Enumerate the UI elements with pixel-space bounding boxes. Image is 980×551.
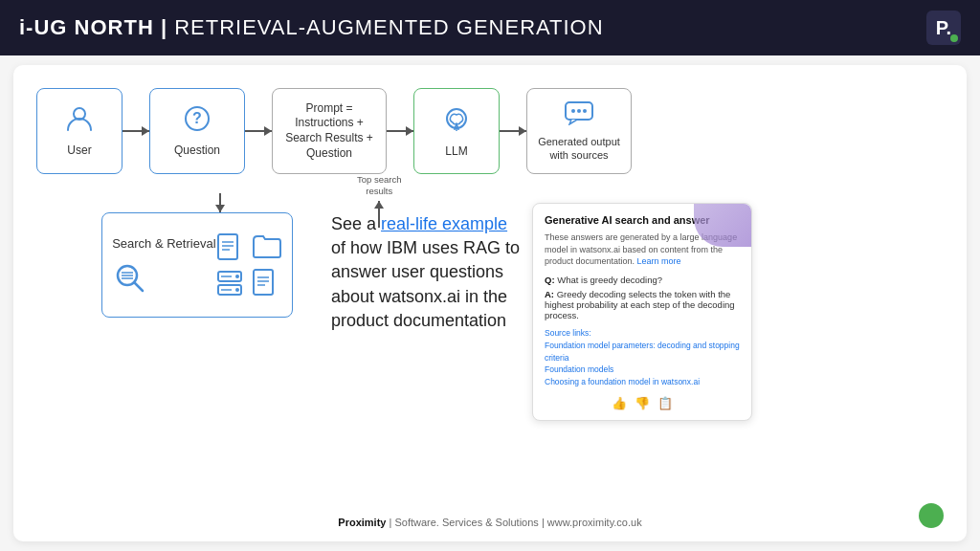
question-label: Question [174,143,220,159]
genai-question-section: Q: What is greedy decoding? [545,275,740,285]
search-icon [112,260,215,295]
main-content: User ? Question Prompt = Instructions + … [13,65,967,541]
llm-label: LLM [445,144,467,160]
footer: Proximity | Software. Services & Solutio… [13,517,967,528]
genai-source3[interactable]: Choosing a foundation model in watsonx.a… [545,376,740,388]
prompt-label: Prompt = Instructions + Search Results +… [278,101,380,161]
top-results-label: Top searchresults [357,174,401,198]
llm-box: LLM [413,88,500,174]
green-dot-decoration [919,503,944,528]
header-title: i-UG NORTH | RETRIEVAL-AUGMENTED GENERAT… [19,15,604,40]
svg-point-7 [454,128,456,130]
arrow-question-down [219,193,221,212]
svg-text:?: ? [192,110,202,126]
title-bold: i-UG NORTH [19,15,154,39]
flow-diagram-top-row: User ? Question Prompt = Instructions + … [36,88,944,174]
genai-sources-label: Source links: [545,327,740,340]
svg-point-8 [456,129,457,131]
genai-card: Generative AI search and answer These an… [532,203,752,421]
search-retrieval-label: Search & Retrieval [112,235,215,253]
user-icon [65,104,94,140]
brand-logo: P. [926,11,961,45]
document-icons [216,232,282,298]
output-box: Generated output with sources [526,88,632,174]
question-box: ? Question [149,88,245,174]
arrow-llm-to-output [500,130,526,132]
header: i-UG NORTH | RETRIEVAL-AUGMENTED GENERAT… [0,0,980,55]
question-icon: ? [183,104,212,140]
brain-icon [441,103,472,141]
title-separator: | [154,15,174,39]
logo-text: P. [936,17,951,39]
arrow-question-to-prompt [245,130,272,132]
genai-learn-more[interactable]: Learn more [637,256,681,266]
prompt-box: Prompt = Instructions + Search Results +… [272,88,387,174]
chat-icon [564,100,594,131]
svg-point-25 [235,275,239,278]
genai-answer-text: Greedy decoding selects the token with t… [545,289,735,320]
user-label: User [67,143,91,159]
genai-source1[interactable]: Foundation model parameters: decoding an… [545,340,740,364]
search-retrieval-box: Search & Retrieval [101,212,293,318]
thumbs-up-icon[interactable]: 👍 [612,396,627,410]
svg-point-13 [583,109,587,113]
vertical-arrow-up [378,201,380,228]
user-box: User [36,88,122,174]
footer-url: www.proximity.co.uk [547,517,642,528]
genai-answer-section: A: Greedy decoding selects the token wit… [545,289,740,320]
genai-a-label: A: [545,289,554,299]
genai-sources: Source links: Foundation model parameter… [545,327,740,388]
svg-rect-29 [254,270,273,295]
arrow-prompt-to-llm [387,130,413,132]
genai-question-text: What is greedy decoding? [557,275,662,285]
output-label: Generated output with sources [535,135,623,163]
footer-brand: Proximity [338,517,386,528]
svg-rect-19 [218,234,237,259]
svg-line-15 [134,282,143,291]
bottom-row: Search & Retrieval [36,193,944,421]
arrow-user-to-question [122,130,149,132]
svg-point-26 [235,288,239,292]
copy-icon[interactable]: 📋 [657,396,673,410]
genai-q-label: Q: [545,275,555,285]
svg-point-9 [457,128,459,130]
svg-point-11 [571,109,575,113]
top-results-connector: Top searchresults [357,174,401,228]
genai-source2[interactable]: Foundation models [545,364,740,376]
svg-point-12 [577,109,581,113]
example-text-suffix: of how IBM uses RAG to answer user quest… [331,238,520,330]
title-light: RETRIEVAL-AUGMENTED GENERATION [174,15,603,39]
search-retrieval-section: Search & Retrieval [36,193,293,318]
example-section: See a real-life example of how IBM uses … [331,203,944,421]
thumbs-down-icon[interactable]: 👎 [635,396,650,410]
genai-feedback-icons: 👍 👎 📋 [545,396,740,410]
footer-tagline: Software. Services & Solutions [394,517,538,528]
footer-url-separator: | [539,517,547,528]
